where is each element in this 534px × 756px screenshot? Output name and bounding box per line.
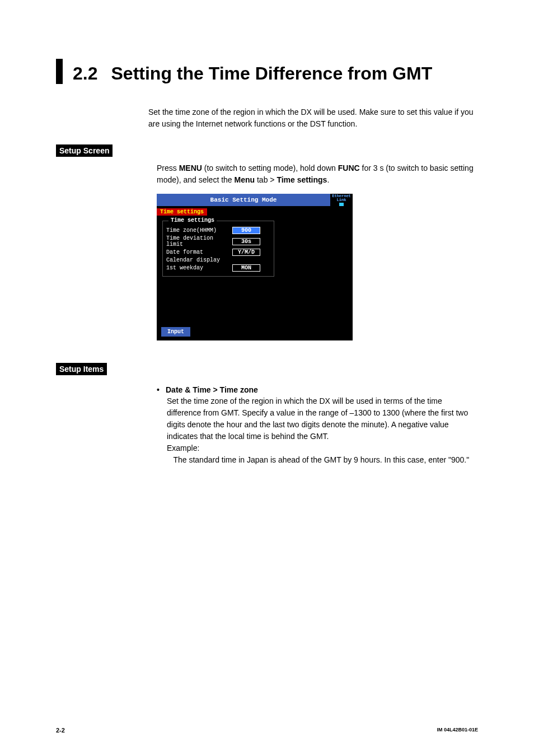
row-time-deviation: Time deviation limit 30s bbox=[166, 235, 270, 248]
row-time-zone: Time zone(HHMM) 900 bbox=[166, 227, 270, 234]
item-body: Set the time zone of the region in which… bbox=[167, 395, 478, 466]
menu-tab: Menu bbox=[235, 175, 255, 184]
heading-title: Setting the Time Difference from GMT bbox=[111, 59, 432, 84]
setup-items-section: Setup Items •Date & Time > Time zone Set… bbox=[56, 361, 478, 466]
group-title: Time settings bbox=[168, 217, 217, 223]
row-date-format: Date format Y/M/D bbox=[166, 249, 270, 256]
screenshot-tab: Time settings bbox=[157, 208, 207, 216]
row-first-weekday: 1st weekday MON bbox=[166, 264, 270, 272]
page-number: 2-2 bbox=[56, 727, 65, 734]
ethernet-indicator: Ethernet Link bbox=[330, 194, 353, 206]
time-zone-field: 900 bbox=[232, 227, 260, 234]
row-calendar-display: Calendar display bbox=[166, 257, 270, 263]
time-deviation-field: 30s bbox=[232, 238, 260, 245]
item-heading: •Date & Time > Time zone bbox=[157, 385, 478, 394]
ethernet-led-icon bbox=[339, 203, 344, 206]
menu-key: MENU bbox=[179, 164, 202, 172]
func-key: FUNC bbox=[338, 164, 360, 172]
page-heading: 2.2 Setting the Time Difference from GMT bbox=[56, 59, 478, 84]
setup-screen-label: Setup Screen bbox=[56, 144, 113, 157]
setup-items-label: Setup Items bbox=[56, 363, 107, 375]
page-footer: 2-2 IM 04L42B01-01E bbox=[56, 727, 478, 734]
first-weekday-field: MON bbox=[232, 264, 260, 272]
screenshot-title: Basic Setting Mode bbox=[157, 194, 330, 206]
bullet-icon: • bbox=[157, 385, 166, 394]
heading-number: 2.2 bbox=[73, 59, 97, 84]
input-button: Input bbox=[161, 327, 190, 337]
instruction-paragraph: Press MENU (to switch to setting mode), … bbox=[157, 162, 478, 186]
example-label: Example: bbox=[167, 444, 199, 452]
date-format-field: Y/M/D bbox=[232, 249, 260, 256]
setup-screen-section: Setup Screen Press MENU (to switch to se… bbox=[56, 142, 478, 340]
document-id: IM 04L42B01-01E bbox=[437, 727, 478, 732]
intro-paragraph: Set the time zone of the region in which… bbox=[148, 106, 478, 130]
heading-accent-bar bbox=[56, 59, 63, 84]
device-screenshot: Basic Setting Mode Ethernet Link Time se… bbox=[157, 194, 353, 340]
time-settings-group: Time settings Time zone(HHMM) 900 Time d… bbox=[162, 221, 274, 277]
screenshot-tabbar: Time settings bbox=[157, 206, 353, 215]
time-settings-menu: Time settings bbox=[277, 175, 327, 184]
screenshot-titlebar: Basic Setting Mode Ethernet Link bbox=[157, 194, 353, 206]
